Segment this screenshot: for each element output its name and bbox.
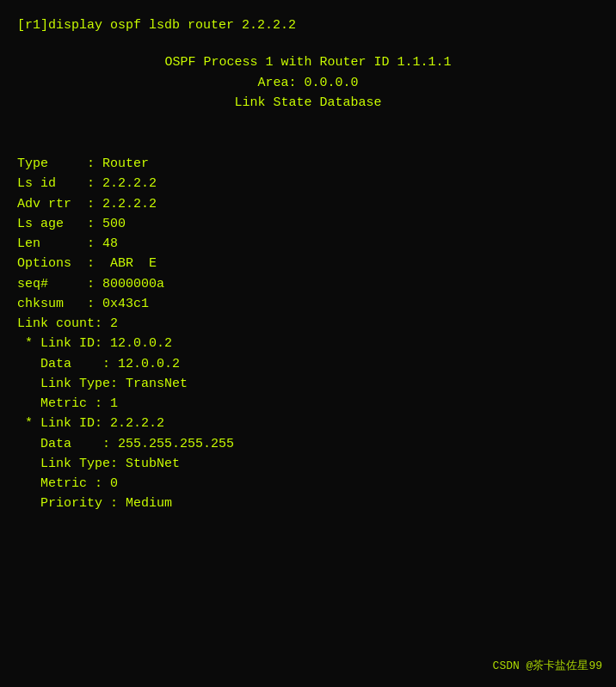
header-block: OSPF Process 1 with Router ID 1.1.1.1 Ar… — [17, 52, 599, 113]
link-0-line: Link Type: TransNet — [17, 374, 599, 394]
field-row: Ls id : 2.2.2.2 — [17, 174, 599, 193]
link-1-line: * Link ID: 2.2.2.2 — [17, 414, 599, 433]
watermark: CSDN @茶卡盐佐星99 — [493, 658, 602, 673]
field-row: Options : ABR E — [17, 254, 599, 273]
field-row: Len : 48 — [17, 234, 599, 254]
priority-line: Priority : Medium — [17, 494, 599, 513]
link-0-line: Metric : 1 — [17, 394, 599, 414]
header-line2: Area: 0.0.0.0 — [17, 73, 599, 93]
link-count: Link count: 2 — [17, 314, 599, 334]
field-row: chksum : 0x43c1 — [17, 294, 599, 314]
link-1-line: Data : 255.255.255.255 — [17, 434, 599, 454]
link-1-line: Metric : 0 — [17, 474, 599, 494]
header-line1: OSPF Process 1 with Router ID 1.1.1.1 — [17, 52, 599, 72]
header-line3: Link State Database — [17, 93, 599, 113]
field-row: Ls age : 500 — [17, 214, 599, 234]
terminal-window: [r1]display ospf lsdb router 2.2.2.2 OSP… — [14, 9, 602, 687]
fields-container: Type : RouterLs id : 2.2.2.2Adv rtr : 2.… — [17, 154, 599, 314]
field-row: Adv rtr : 2.2.2.2 — [17, 194, 599, 214]
link-0-line: Data : 12.0.0.2 — [17, 354, 599, 374]
field-row: seq# : 8000000a — [17, 274, 599, 294]
field-row: Type : Router — [17, 154, 599, 174]
link-1-line: Link Type: StubNet — [17, 454, 599, 474]
link-0-line: * Link ID: 12.0.0.2 — [17, 334, 599, 353]
command-line: [r1]display ospf lsdb router 2.2.2.2 — [17, 15, 599, 35]
links-container: * Link ID: 12.0.0.2 Data : 12.0.0.2 Link… — [17, 334, 599, 494]
